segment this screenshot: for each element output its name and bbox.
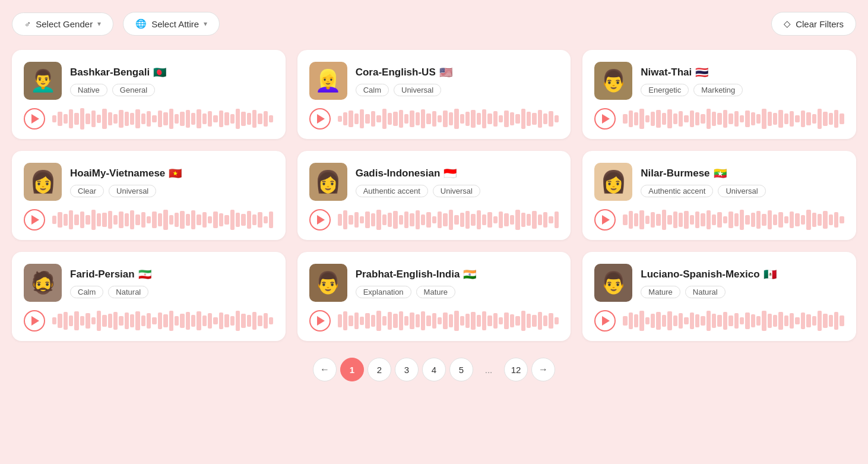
tag: Natural [685, 286, 726, 298]
waveform [338, 310, 559, 332]
play-button[interactable] [309, 310, 331, 332]
pagination-page-12[interactable]: 12 [504, 358, 528, 381]
voice-card-hoaimy: 👩HoaiMy-Vietnamese 🇻🇳ClearUniversal [12, 151, 286, 240]
audio-row [309, 310, 559, 332]
play-button[interactable] [594, 108, 616, 130]
tags: Authentic accentUniversal [641, 185, 844, 197]
card-header: 👩Nilar-Burmese 🇲🇲Authentic accentUnivers… [594, 163, 844, 201]
card-header: 👩HoaiMy-Vietnamese 🇻🇳ClearUniversal [24, 163, 274, 201]
tag: Mature [641, 286, 680, 298]
flag-icon: 🇻🇳 [169, 167, 182, 180]
card-name: HoaiMy-Vietnamese 🇻🇳 [70, 167, 274, 180]
voice-card-cora: 👱‍♀️Cora-English-US 🇺🇸CalmUniversal [297, 50, 571, 139]
clear-filters-label: Clear Filters [796, 19, 844, 29]
pagination-page-5[interactable]: 5 [449, 358, 473, 381]
play-button[interactable] [24, 108, 45, 130]
tag: Natural [108, 286, 148, 298]
flag-icon: 🇹🇭 [695, 66, 708, 79]
card-name: Prabhat-English-India 🇮🇳 [356, 268, 559, 281]
card-name: Niwat-Thai 🇹🇭 [641, 66, 844, 79]
chevron-down-icon-2: ▾ [204, 20, 207, 28]
play-button[interactable] [309, 108, 331, 130]
pagination: ←12345...12→ [12, 358, 856, 381]
pagination-page-2[interactable]: 2 [368, 358, 391, 381]
card-header: 👱‍♀️Cora-English-US 🇺🇸CalmUniversal [309, 62, 559, 100]
tag: Universal [394, 84, 441, 96]
card-name: Luciano-Spanish-Mexico 🇲🇽 [641, 268, 844, 281]
avatar: 👨‍🦱 [24, 62, 62, 100]
play-icon [31, 114, 39, 124]
select-gender-label: Select Gender [36, 19, 93, 29]
flag-icon: 🇺🇸 [439, 66, 452, 79]
clear-filters-button[interactable]: ◇ Clear Filters [771, 12, 856, 36]
flag-icon: 🇮🇷 [138, 268, 151, 281]
card-info: Nilar-Burmese 🇲🇲Authentic accentUniversa… [641, 167, 844, 197]
avatar: 🧔 [24, 264, 62, 302]
select-attire-label: Select Attire [151, 19, 199, 29]
tag: Universal [718, 185, 765, 197]
tag: Native [70, 84, 107, 96]
tags: EnergeticMarketing [641, 84, 844, 96]
tags: MatureNatural [641, 286, 844, 298]
tags: ClearUniversal [70, 185, 274, 197]
voice-card-niwat: 👨Niwat-Thai 🇹🇭EnergeticMarketing [582, 50, 856, 139]
play-icon [602, 215, 610, 225]
card-info: Niwat-Thai 🇹🇭EnergeticMarketing [641, 66, 844, 96]
play-icon [317, 316, 325, 326]
card-name: Cora-English-US 🇺🇸 [356, 66, 559, 79]
audio-row [24, 209, 274, 231]
clear-filters-icon: ◇ [784, 18, 791, 29]
play-button[interactable] [594, 209, 616, 231]
card-info: Cora-English-US 🇺🇸CalmUniversal [356, 66, 559, 96]
avatar: 👩 [24, 163, 62, 201]
flag-icon: 🇲🇲 [714, 167, 727, 180]
audio-row [24, 108, 274, 130]
audio-row [309, 108, 559, 130]
voice-card-luciano: 👨Luciano-Spanish-Mexico 🇲🇽MatureNatural [582, 252, 856, 341]
card-info: Luciano-Spanish-Mexico 🇲🇽MatureNatural [641, 268, 844, 298]
card-header: 👨Prabhat-English-India 🇮🇳ExplanationMatu… [309, 264, 559, 302]
select-attire-dropdown[interactable]: 🌐 Select Attire ▾ [123, 12, 220, 36]
audio-row [594, 108, 844, 130]
card-name: Nilar-Burmese 🇲🇲 [641, 167, 844, 180]
pagination-page-3[interactable]: 3 [395, 358, 419, 381]
waveform [623, 310, 844, 332]
waveform [623, 209, 844, 231]
waveform [338, 108, 559, 130]
select-gender-dropdown[interactable]: ♂ Select Gender ▾ [12, 12, 113, 36]
avatar: 👱‍♀️ [309, 62, 347, 100]
play-button[interactable] [594, 310, 616, 332]
card-name: Bashkar-Bengali 🇧🇩 [70, 66, 274, 79]
play-button[interactable] [24, 310, 45, 332]
voice-card-prabhat: 👨Prabhat-English-India 🇮🇳ExplanationMatu… [297, 252, 571, 341]
pagination-next[interactable]: → [531, 358, 555, 381]
avatar: 👨 [594, 62, 632, 100]
card-info: Bashkar-Bengali 🇧🇩NativeGeneral [70, 66, 274, 96]
flag-icon: 🇮🇳 [463, 268, 476, 281]
audio-row [594, 310, 844, 332]
tag: Explanation [356, 286, 411, 298]
avatar: 👨 [309, 264, 347, 302]
audio-row [24, 310, 274, 332]
pagination-page-4[interactable]: 4 [422, 358, 446, 381]
card-info: Farid-Persian 🇮🇷CalmNatural [70, 268, 274, 298]
pagination-prev[interactable]: ← [313, 358, 337, 381]
attire-icon: 🌐 [135, 18, 147, 29]
play-button[interactable] [24, 209, 45, 231]
tag: Marketing [693, 84, 743, 96]
play-icon [317, 114, 325, 124]
tag: Calm [70, 286, 103, 298]
play-icon [602, 316, 610, 326]
play-button[interactable] [309, 209, 331, 231]
tag: General [112, 84, 155, 96]
avatar: 👨 [594, 264, 632, 302]
voice-grid: 👨‍🦱Bashkar-Bengali 🇧🇩NativeGeneral👱‍♀️Co… [12, 50, 856, 341]
card-header: 👨‍🦱Bashkar-Bengali 🇧🇩NativeGeneral [24, 62, 274, 100]
tags: NativeGeneral [70, 84, 274, 96]
tag: Universal [109, 185, 156, 197]
card-name: Gadis-Indonesian 🇮🇩 [356, 167, 559, 180]
waveform [52, 108, 274, 130]
pagination-page-1[interactable]: 1 [340, 358, 364, 381]
waveform [52, 310, 274, 332]
card-info: Prabhat-English-India 🇮🇳ExplanationMatur… [356, 268, 559, 298]
